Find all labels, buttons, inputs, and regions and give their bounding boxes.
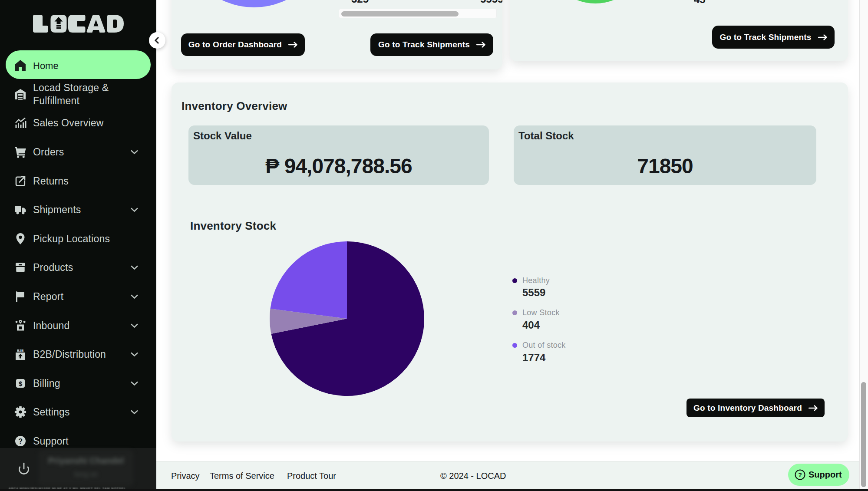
svg-text:?: ? bbox=[18, 438, 23, 445]
svg-text:B2B: B2B bbox=[17, 349, 24, 353]
svg-text:$: $ bbox=[19, 380, 23, 387]
svg-text:?: ? bbox=[798, 471, 802, 478]
